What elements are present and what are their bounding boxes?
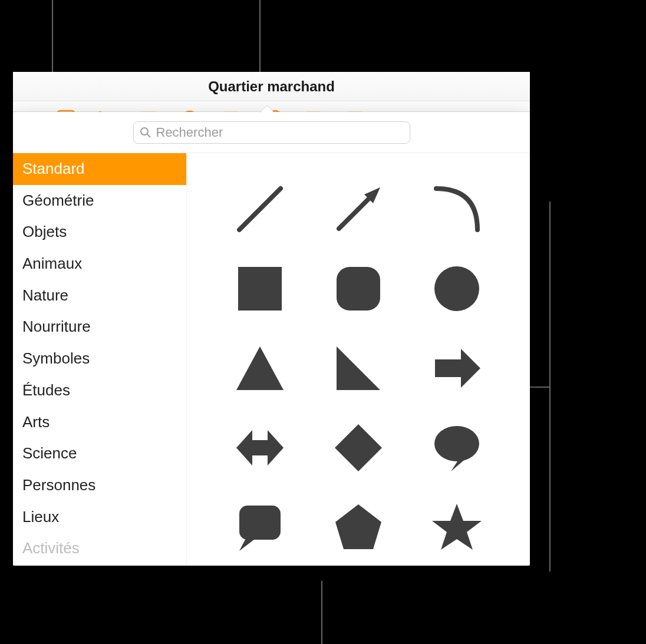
shape-speech-bubble-round[interactable]: [424, 415, 489, 480]
shape-circle[interactable]: [424, 256, 489, 321]
category-nourriture[interactable]: Nourriture: [13, 311, 186, 343]
search-icon: [140, 127, 151, 138]
shape-arrow-right[interactable]: [424, 336, 489, 401]
category-symboles[interactable]: Symboles: [13, 343, 186, 375]
category-standard[interactable]: Standard: [13, 153, 186, 185]
category-geometrie[interactable]: Géométrie: [13, 185, 186, 217]
shape-star[interactable]: [424, 495, 489, 560]
svg-rect-37: [239, 506, 281, 540]
svg-rect-27: [238, 267, 282, 311]
shape-speech-bubble-square[interactable]: [228, 495, 292, 560]
shape-diamond[interactable]: [326, 415, 391, 480]
callout-line: [549, 202, 551, 572]
callout-line: [52, 0, 53, 74]
svg-rect-28: [337, 267, 380, 311]
shape-right-triangle[interactable]: [326, 336, 391, 401]
svg-marker-31: [337, 346, 380, 390]
svg-marker-33: [236, 430, 284, 465]
category-objets[interactable]: Objets: [13, 216, 186, 248]
search-field[interactable]: [133, 121, 410, 144]
svg-marker-40: [432, 504, 482, 550]
svg-line-23: [147, 134, 150, 137]
shapes-popover: Standard Géométrie Objets Animaux Nature…: [13, 112, 530, 566]
category-nature[interactable]: Nature: [13, 280, 186, 312]
shape-arc[interactable]: [424, 177, 489, 242]
category-sidebar[interactable]: Standard Géométrie Objets Animaux Nature…: [13, 153, 187, 566]
title-bar: Quartier marchand: [13, 72, 530, 101]
search-input[interactable]: [156, 125, 404, 140]
shape-arrow-line[interactable]: [326, 177, 391, 242]
shape-rounded-square[interactable]: [326, 256, 391, 321]
svg-point-29: [434, 266, 479, 311]
popover-pointer: [259, 105, 275, 113]
shape-square[interactable]: [228, 256, 292, 321]
search-row: [13, 112, 530, 153]
category-etudes[interactable]: Études: [13, 375, 186, 407]
callout-line: [530, 387, 549, 388]
category-animaux[interactable]: Animaux: [13, 248, 186, 280]
svg-point-35: [434, 426, 479, 461]
shape-pentagon[interactable]: [326, 495, 391, 560]
category-science[interactable]: Science: [13, 438, 186, 470]
category-personnes[interactable]: Personnes: [13, 470, 186, 501]
svg-marker-34: [335, 424, 382, 471]
svg-line-25: [339, 194, 373, 229]
category-arts[interactable]: Arts: [13, 407, 186, 438]
document-title: Quartier marchand: [208, 78, 335, 95]
callout-line: [321, 581, 322, 644]
category-activites[interactable]: Activités: [13, 533, 186, 564]
shape-line[interactable]: [228, 177, 292, 242]
svg-marker-39: [335, 504, 381, 549]
svg-marker-32: [435, 349, 480, 388]
category-lieux[interactable]: Lieux: [13, 501, 186, 533]
shape-double-arrow[interactable]: [228, 415, 292, 480]
shapes-grid: [187, 153, 530, 566]
app-window: Quartier marchand: [13, 72, 530, 137]
svg-line-24: [239, 189, 281, 230]
svg-marker-30: [236, 346, 284, 390]
popover-body: Standard Géométrie Objets Animaux Nature…: [13, 153, 530, 566]
svg-point-22: [141, 128, 148, 135]
shape-triangle[interactable]: [228, 336, 292, 401]
